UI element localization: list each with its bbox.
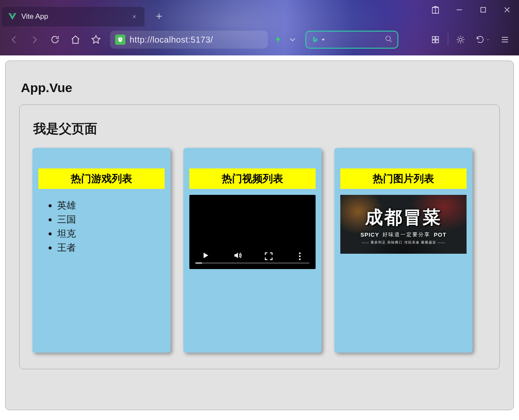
banner-right-tag: POT bbox=[434, 232, 447, 238]
parent-heading: 我是父页面 bbox=[33, 120, 487, 138]
svg-point-1 bbox=[386, 36, 391, 41]
svg-point-6 bbox=[459, 38, 462, 41]
banner-caption: 好味道一定要分享 bbox=[383, 231, 430, 238]
card-games-title: 热门游戏列表 bbox=[38, 168, 165, 189]
banner-subline: SPICY 好味道一定要分享 POT bbox=[360, 231, 447, 238]
app-panel: App.Vue 我是父页面 热门游戏列表 英雄 三国 坦克 王者 热门视频列表 bbox=[5, 61, 514, 410]
video-player[interactable] bbox=[189, 195, 316, 269]
video-progress[interactable] bbox=[195, 262, 310, 264]
app-heading: App.Vue bbox=[21, 81, 500, 95]
tab-title: Vite App bbox=[21, 12, 130, 21]
svg-rect-3 bbox=[436, 37, 438, 39]
vue-logo-icon bbox=[8, 12, 17, 21]
more-button[interactable] bbox=[295, 252, 304, 261]
undo-close-button[interactable] bbox=[471, 31, 494, 49]
card-images-title: 热门图片列表 bbox=[340, 168, 467, 189]
divider bbox=[448, 33, 448, 46]
banner-footnote: —— 量多料足 美味爽口 传统美食 馨馨盛宴 —— bbox=[362, 240, 445, 245]
games-list: 英雄 三国 坦克 王者 bbox=[38, 198, 165, 255]
shield-icon bbox=[115, 35, 125, 45]
browser-chrome: Vite App http://localhost:51 bbox=[0, 0, 519, 55]
card-row: 热门游戏列表 英雄 三国 坦克 王者 热门视频列表 bbox=[32, 148, 487, 353]
new-tab-button[interactable] bbox=[151, 8, 168, 25]
bookmark-button[interactable] bbox=[87, 31, 105, 49]
theme-button[interactable] bbox=[452, 31, 470, 49]
card-videos-title: 热门视频列表 bbox=[189, 168, 316, 189]
bolt-icon[interactable] bbox=[272, 34, 284, 46]
banner-left-tag: SPICY bbox=[360, 232, 379, 238]
forward-button[interactable] bbox=[26, 31, 43, 49]
url-text: http://localhost:5173/ bbox=[130, 35, 263, 45]
browser-toolbar: http://localhost:5173/ bbox=[0, 26, 519, 53]
browser-tab[interactable]: Vite App bbox=[2, 7, 145, 26]
page-viewport: App.Vue 我是父页面 热门游戏列表 英雄 三国 坦克 王者 热门视频列表 bbox=[0, 55, 519, 420]
tab-close-button[interactable] bbox=[130, 12, 139, 21]
image-banner: 成都冒菜 SPICY 好味道一定要分享 POT —— 量多料足 美味爽口 传统美… bbox=[340, 195, 467, 254]
svg-rect-5 bbox=[436, 40, 438, 43]
toolbar-right-cluster bbox=[426, 31, 514, 49]
bing-icon bbox=[310, 35, 320, 44]
main-menu-button[interactable] bbox=[496, 31, 514, 49]
list-item: 三国 bbox=[57, 212, 165, 226]
list-item: 王者 bbox=[57, 240, 165, 255]
card-games: 热门游戏列表 英雄 三国 坦克 王者 bbox=[32, 148, 171, 353]
address-bar[interactable]: http://localhost:5173/ bbox=[110, 31, 268, 49]
back-button[interactable] bbox=[5, 31, 23, 49]
parent-panel: 我是父页面 热门游戏列表 英雄 三国 坦克 王者 热门视频列表 bbox=[19, 104, 500, 369]
reload-button[interactable] bbox=[46, 31, 64, 49]
fullscreen-button[interactable] bbox=[265, 252, 273, 260]
tab-strip: Vite App bbox=[0, 0, 519, 26]
svg-rect-2 bbox=[432, 37, 435, 39]
card-images: 热门图片列表 成都冒菜 SPICY 好味道一定要分享 POT —— 量多料足 美… bbox=[334, 148, 473, 353]
list-item: 坦克 bbox=[57, 226, 165, 240]
extensions-button[interactable] bbox=[426, 31, 444, 49]
home-button[interactable] bbox=[67, 31, 84, 49]
volume-button[interactable] bbox=[233, 251, 242, 262]
search-icon[interactable] bbox=[384, 34, 393, 45]
search-engine-chevron-icon[interactable] bbox=[322, 39, 325, 41]
card-videos: 热门视频列表 bbox=[183, 148, 322, 353]
list-item: 英雄 bbox=[57, 198, 165, 212]
video-controls bbox=[189, 243, 316, 269]
expand-button[interactable] bbox=[287, 34, 299, 46]
banner-headline: 成都冒菜 bbox=[365, 206, 442, 229]
search-box[interactable] bbox=[305, 31, 398, 49]
play-button[interactable] bbox=[201, 251, 210, 262]
svg-rect-4 bbox=[432, 40, 435, 43]
